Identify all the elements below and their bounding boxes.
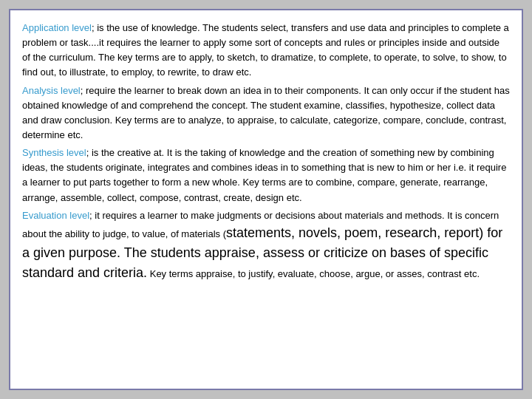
- main-content-box: Application level; is the use of knowled…: [9, 9, 523, 390]
- synthesis-text: ; is the creative at. It is the taking o…: [22, 147, 506, 202]
- analysis-paragraph: Analysis level; require the learner to b…: [22, 83, 510, 143]
- text-content: Application level; is the use of knowled…: [22, 21, 510, 283]
- synthesis-label: Synthesis level: [22, 147, 86, 158]
- application-label: Application level: [22, 22, 92, 33]
- synthesis-paragraph: Synthesis level; is the creative at. It …: [22, 146, 510, 205]
- evaluation-paragraph: Evaluation level; it requires a learner …: [22, 208, 510, 283]
- evaluation-label: Evaluation level: [22, 210, 89, 221]
- application-text: ; is the use of knowledge. The students …: [22, 22, 509, 78]
- analysis-text: ; require the learner to break down an i…: [22, 85, 510, 140]
- analysis-label: Analysis level: [22, 85, 81, 96]
- evaluation-text-end: Key terms appraise, to justify, evaluate…: [147, 268, 480, 279]
- application-paragraph: Application level; is the use of knowled…: [22, 21, 510, 81]
